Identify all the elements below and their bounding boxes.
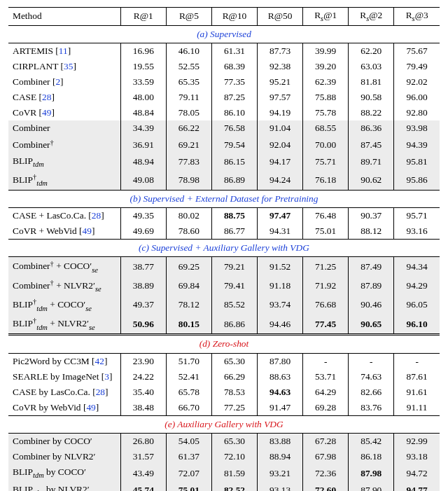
value-cell: 68.39 [211,59,257,74]
section-header: (a) Supervised [8,25,440,43]
table-row: BLIPtdm by COCO′43.4972.0781.5993.2172.3… [8,464,440,482]
value-cell: 67.28 [303,433,349,449]
value-cell: 66.22 [166,120,211,136]
col-rs3: Rs@3 [394,8,440,26]
value-cell: 87.90 [349,482,394,491]
table-row: BLIPtdm48.9477.8386.1594.1775.7189.7195.… [8,153,440,171]
value-cell: 82.66 [349,385,394,400]
value-cell: 79.54 [211,136,257,153]
value-cell: 95.21 [258,74,303,90]
method-cell: SEARLE by ImageNet [3] [8,369,120,385]
table-row: BLIP†tdm49.0878.9886.8994.2476.1890.6295… [8,171,440,191]
value-cell: 81.59 [211,464,257,482]
value-cell: 94.17 [258,153,303,171]
value-cell: 61.37 [166,449,211,464]
table-row: CASE [28]48.0079.1187.2597.5775.8890.589… [8,90,440,105]
value-cell: 88.63 [258,369,303,385]
value-cell: 52.41 [166,369,211,385]
method-cell: CIRPLANT [35] [8,59,120,74]
value-cell: 90.37 [349,208,394,224]
value-cell: 53.71 [303,369,349,385]
value-cell: 87.49 [349,257,394,277]
value-cell: 88.12 [349,223,394,240]
value-cell: 77.25 [211,400,257,416]
value-cell: 96.00 [394,90,440,105]
value-cell: 66.70 [166,400,211,416]
value-cell: 75.88 [303,90,349,105]
value-cell: 76.68 [303,296,349,314]
table-row: Combiner†36.9169.2179.5492.0470.0087.459… [8,136,440,153]
value-cell: 94.46 [258,314,303,335]
table-header: Method R@1 R@5 R@10 R@50 Rs@1 Rs@2 Rs@3 [8,8,440,26]
table-body: (a) SupervisedARTEMIS [11]16.9646.1061.3… [8,25,440,491]
value-cell: 87.61 [394,369,440,385]
value-cell: 78.60 [166,223,211,240]
value-cell: 86.18 [349,449,394,464]
value-cell: 86.77 [211,223,257,240]
table-row: CoVR [49]48.8478.0586.1094.1975.7888.229… [8,105,440,120]
value-cell: 90.58 [349,90,394,105]
value-cell: 86.15 [211,153,257,171]
value-cell: 96.05 [394,296,440,314]
method-cell: Combiner by COCO′ [8,433,120,449]
table-row: CoVR by WebVid [49]38.4866.7077.2591.476… [8,400,440,416]
value-cell: 54.05 [166,433,211,449]
value-cell: - [349,353,394,369]
value-cell: 93.18 [394,449,440,464]
value-cell: 78.05 [166,105,211,120]
value-cell: 87.80 [258,353,303,369]
value-cell: 48.00 [120,90,166,105]
value-cell: 77.83 [166,153,211,171]
value-cell: 67.98 [303,449,349,464]
value-cell: 97.47 [258,208,303,224]
value-cell: 72.07 [166,464,211,482]
col-r50: R@50 [258,8,303,26]
value-cell: 81.81 [349,74,394,90]
value-cell: 39.20 [303,59,349,74]
value-cell: 94.72 [394,464,440,482]
method-cell: BLIP†tdm + COCO′se [8,296,120,314]
value-cell: 51.70 [166,353,211,369]
value-cell: 87.45 [349,136,394,153]
value-cell: 97.57 [258,90,303,105]
method-cell: ARTEMIS [11] [8,43,120,59]
value-cell: 26.80 [120,433,166,449]
method-cell: CoVR + WebVid [49] [8,223,120,240]
value-cell: 49.08 [120,171,166,191]
value-cell: 88.22 [349,105,394,120]
table-row: Combiner by COCO′26.8054.0565.3083.8867.… [8,433,440,449]
value-cell: 94.34 [394,257,440,277]
table-row: CASE by LasCo.Ca. [28]35.4065.7878.5394.… [8,385,440,400]
value-cell: 93.98 [394,120,440,136]
col-r1: R@1 [120,8,166,26]
table-row: CIRPLANT [35]19.5552.5568.3992.3839.2063… [8,59,440,74]
table-row: Combiner by NLVR2′31.5761.3772.1088.9467… [8,449,440,464]
value-cell: 16.96 [120,43,166,59]
value-cell: 91.52 [258,257,303,277]
value-cell: 86.10 [211,105,257,120]
value-cell: 92.80 [394,105,440,120]
method-cell: Combiner [2] [8,74,120,90]
value-cell: 90.46 [349,296,394,314]
value-cell: 78.98 [166,171,211,191]
value-cell: 62.20 [349,43,394,59]
value-cell: 87.25 [211,90,257,105]
results-table: Method R@1 R@5 R@10 R@50 Rs@1 Rs@2 Rs@3 … [8,7,440,491]
value-cell: 39.99 [303,43,349,59]
value-cell: 93.74 [258,296,303,314]
value-cell: 93.16 [394,223,440,240]
value-cell: 43.49 [120,464,166,482]
value-cell: 92.04 [258,136,303,153]
value-cell: 75.71 [303,153,349,171]
value-cell: - [303,353,349,369]
value-cell: 87.73 [258,43,303,59]
value-cell: 61.31 [211,43,257,59]
value-cell: 75.67 [394,43,440,59]
value-cell: 82.52 [211,482,257,491]
method-cell: Pic2Word by CC3M [42] [8,353,120,369]
value-cell: 91.61 [394,385,440,400]
method-cell: Combiner [8,120,120,136]
value-cell: 69.84 [166,277,211,296]
value-cell: 76.48 [303,208,349,224]
value-cell: 92.99 [394,433,440,449]
